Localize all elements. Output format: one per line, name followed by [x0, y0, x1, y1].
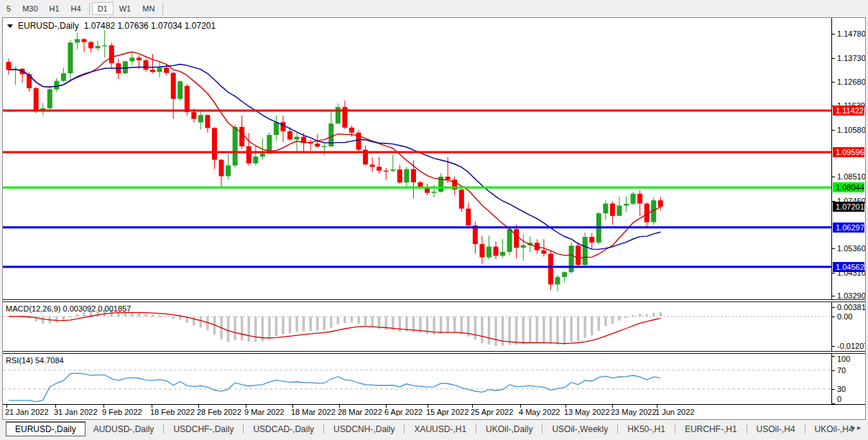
- tab-hk50-h1[interactable]: HK50-,H1: [619, 422, 673, 436]
- axis-tick: 1.13730: [837, 54, 865, 62]
- axis-tick: [832, 130, 835, 131]
- axis-tick: 0.00: [837, 312, 852, 321]
- tab-usdcnh-daily[interactable]: USDCNH-,Daily: [326, 422, 402, 436]
- tab-ukoil-daily[interactable]: UKOil-,Daily: [478, 422, 540, 436]
- tab-separator: [617, 424, 618, 434]
- timeframe-h4-button[interactable]: H4: [65, 2, 87, 15]
- date-tick-label: 9 Mar 2022: [244, 408, 285, 416]
- date-tick-label: 18 Mar 2022: [291, 408, 336, 416]
- date-tick-label: 25 Apr 2022: [471, 408, 513, 416]
- tab-separator: [243, 424, 244, 434]
- axis-tick: -0.012077: [837, 342, 865, 350]
- tab-separator: [675, 424, 675, 434]
- date-tick-label: 28 Mar 2022: [338, 408, 382, 416]
- price-level-chip: 1.04562: [833, 262, 864, 272]
- axis-tick: [832, 370, 835, 371]
- axis-tick: 1.12680: [837, 78, 865, 86]
- date-tick-label: 18 Feb 2022: [150, 408, 195, 416]
- rsi-indicator-label: RSI(14) 54.7084: [6, 356, 64, 365]
- rsi-chart-svg[interactable]: [3, 354, 831, 404]
- symbol-dropdown-icon[interactable]: [7, 24, 13, 28]
- tab-xauusd-h1[interactable]: XAUUSD-,H1: [406, 422, 474, 436]
- axis-tick: 70: [837, 366, 846, 375]
- tab-separator: [404, 424, 405, 434]
- macd-pane: MACD(12,26,9) 0.003092 0.001857 0.003814…: [3, 302, 865, 351]
- macd-axis: 0.0038140.00-0.012077: [831, 302, 865, 351]
- axis-tick: 1.14780: [837, 29, 865, 38]
- tab-separator: [805, 424, 805, 434]
- price-level-chip: 1.09596: [833, 147, 864, 157]
- timeframe-m5-button[interactable]: 5: [1, 2, 17, 15]
- tab-scroll-buttons: ◂▸: [851, 423, 864, 431]
- axis-tick: 30: [837, 385, 846, 393]
- axis-tick: [832, 34, 835, 34]
- symbol-tabbar: EURUSD-,Daily AUDUSD-,Daily USDCHF-,Dail…: [0, 420, 868, 438]
- rsi-plot[interactable]: RSI(14) 54.7084: [3, 354, 831, 404]
- axis-tick: [832, 248, 835, 249]
- date-tick-label: 31 Jan 2022: [54, 408, 98, 416]
- tab-usoil-h4[interactable]: USOil-,H4: [749, 422, 803, 436]
- axis-tick: [832, 82, 835, 83]
- axis-tick: [832, 58, 835, 59]
- toolbar-separator: [162, 3, 163, 15]
- price-chart-svg[interactable]: [3, 18, 831, 299]
- axis-tick: [832, 296, 835, 296]
- timeframe-toolbar: 5 M30 H1 H4 D1 W1 MN: [0, 0, 868, 17]
- rsi-pane: RSI(14) 54.7084 10070300: [3, 354, 865, 404]
- candlestick-plot[interactable]: EURUSD-,Daily 1.07482 1.07636 1.07034 1.…: [3, 18, 831, 299]
- timeframe-mn-button[interactable]: MN: [137, 2, 160, 15]
- timeframe-m30-button[interactable]: M30: [17, 2, 43, 15]
- date-tick-label: 4 May 2022: [519, 408, 560, 416]
- axis-tick: 0.003814: [837, 303, 865, 312]
- date-tick-label: 21 Jan 2022: [5, 408, 49, 416]
- tab-audusd-daily[interactable]: AUDUSD-,Daily: [86, 422, 162, 436]
- timeframe-w1-button[interactable]: W1: [114, 2, 137, 15]
- axis-tick: 0: [837, 395, 841, 403]
- tab-scroll-left-icon[interactable]: ◂: [851, 423, 857, 431]
- price-level-chip: 1.11422: [833, 106, 864, 116]
- macd-indicator-label: MACD(12,26,9) 0.003092 0.001857: [6, 304, 131, 313]
- tab-eurchf-h1[interactable]: EURCHF-,H1: [677, 422, 745, 436]
- timeframe-h1-button[interactable]: H1: [44, 2, 65, 15]
- price-axis[interactable]: 1.147801.137301.126801.116301.105801.085…: [831, 18, 865, 299]
- chart-symbol-label: EURUSD-,Daily: [18, 21, 79, 31]
- macd-plot[interactable]: MACD(12,26,9) 0.003092 0.001857: [3, 302, 831, 351]
- date-tick-label: 9 Feb 2022: [102, 408, 142, 416]
- axis-tick: 100: [837, 355, 850, 363]
- axis-tick: 1.08510: [837, 172, 865, 181]
- toolbar-separator: [89, 3, 90, 15]
- date-tick-label: 28 Feb 2022: [197, 408, 241, 416]
- tab-scroll-right-icon[interactable]: ▸: [857, 423, 864, 431]
- axis-tick: [832, 389, 835, 390]
- axis-tick: 1.10580: [837, 126, 865, 134]
- axis-tick: [832, 307, 835, 308]
- chart-title: EURUSD-,Daily 1.07482 1.07636 1.07034 1.…: [7, 21, 216, 31]
- rsi-axis: 10070300: [831, 354, 865, 404]
- axis-tick: 1.03290: [837, 291, 865, 299]
- axis-tick: [832, 356, 835, 357]
- timeframe-d1-button[interactable]: D1: [92, 2, 114, 15]
- tab-eurusd-daily[interactable]: EURUSD-,Daily: [6, 421, 86, 436]
- axis-tick: [832, 273, 835, 273]
- tab-usdcad-daily[interactable]: USDCAD-,Daily: [245, 422, 322, 436]
- date-tick-label: 6 Apr 2022: [384, 408, 423, 416]
- price-level-chip: 1.08044: [833, 182, 864, 192]
- price-level-chip: 1.06297: [833, 223, 864, 233]
- axis-tick: [832, 177, 835, 177]
- tab-usdchf-daily[interactable]: USDCHF-,Daily: [165, 422, 241, 436]
- chart-ohlc-values: 1.07482 1.07636 1.07034 1.07201: [84, 21, 216, 31]
- price-level-chip: 1.07201: [833, 202, 864, 212]
- axis-tick: 1.05360: [837, 244, 865, 253]
- date-tick-label: 15 Apr 2022: [426, 408, 468, 416]
- axis-tick: [832, 317, 835, 317]
- tab-separator: [542, 424, 542, 434]
- price-pane: EURUSD-,Daily 1.07482 1.07636 1.07034 1.…: [3, 18, 865, 299]
- date-tick-label: 13 May 2022: [564, 408, 610, 416]
- tab-separator: [163, 424, 164, 434]
- axis-tick: [832, 346, 835, 347]
- chart-window: EURUSD-,Daily 1.07482 1.07636 1.07034 1.…: [2, 17, 866, 420]
- date-axis[interactable]: 21 Jan 202231 Jan 20229 Feb 202218 Feb 2…: [3, 404, 865, 417]
- tab-usoil-weekly[interactable]: USOil-,Weekly: [544, 422, 616, 436]
- tab-separator: [476, 424, 476, 434]
- tab-separator: [323, 424, 324, 434]
